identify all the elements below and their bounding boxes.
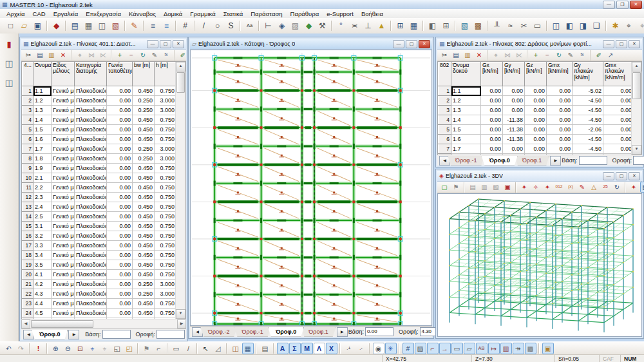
table-cell[interactable]: Γενικό με [52, 212, 75, 222]
minimize-button[interactable]: — [603, 1, 615, 9]
circle-tool[interactable]: ○ [211, 19, 224, 32]
search-prev[interactable]: ⌖ [636, 19, 644, 32]
grid-display-toggle[interactable]: ▦ [242, 343, 254, 354]
table-cell[interactable]: 0.750 [155, 270, 176, 280]
table-cell[interactable]: 0.00 [107, 251, 133, 260]
table-cell[interactable]: -4.50 [573, 135, 603, 144]
table-cell[interactable]: 2.1 [33, 173, 52, 183]
person-view[interactable]: ✦ [542, 182, 553, 193]
table-cell[interactable]: 0.00 [603, 86, 632, 96]
table-cell[interactable]: 0.750 [155, 202, 176, 212]
table-cell[interactable]: 0.750 [155, 251, 176, 260]
table-cell[interactable]: 0.450 [133, 241, 155, 251]
table-cell[interactable]: Γενικό με [52, 86, 75, 96]
table-cell[interactable]: 0.750 [155, 173, 176, 183]
storey-tab[interactable]: Όροφ.-2 [200, 327, 237, 337]
base-input[interactable]: 0.00 [365, 327, 393, 336]
table-cell[interactable]: 0.750 [155, 241, 176, 251]
row-number[interactable]: 11 [23, 183, 33, 193]
table-cell[interactable]: 0.250 [133, 280, 155, 289]
table-cell[interactable]: 3.000 [155, 106, 176, 115]
measure-3d[interactable]: ✎ [577, 182, 588, 193]
table-cell[interactable]: Γενικό με [52, 193, 75, 202]
walk-mode[interactable]: ✦ [519, 182, 530, 193]
storey-tab[interactable]: Όροφ.0 [481, 156, 517, 166]
table-cell[interactable]: Πλακοδοκός [75, 251, 107, 260]
group-list[interactable]: ≡ [160, 19, 173, 32]
support-2[interactable]: ╨ [491, 19, 504, 32]
row-number[interactable]: 5 [439, 125, 451, 135]
row-number[interactable]: 10 [23, 173, 33, 183]
table-cell[interactable]: 0.00 [525, 115, 547, 125]
new-file[interactable]: □ [5, 19, 17, 32]
list-add[interactable]: ⊞ [394, 19, 407, 32]
plan-minimize[interactable]: — [393, 40, 404, 48]
row-number[interactable]: 7 [439, 144, 451, 154]
table-cell[interactable]: 4.3 [33, 289, 52, 299]
zoom-target[interactable]: ⌖ [87, 343, 99, 354]
delete-rows[interactable]: ✕ [474, 50, 485, 61]
table-cell[interactable]: Γενικό με [52, 154, 75, 164]
table-cell[interactable]: 0.00 [503, 96, 525, 106]
print-batch[interactable]: ◧ [426, 19, 439, 32]
cut[interactable]: ✂ [23, 50, 34, 61]
row-number[interactable]: 3 [439, 106, 451, 115]
storey-tab[interactable]: Όροφ.0 [268, 327, 304, 337]
show-columns[interactable]: ▱ [464, 343, 475, 354]
view3d-titlebar[interactable]: ◈ Elghazouli 2.tek - 3DV — ▢ ✕ [437, 171, 642, 182]
close-button[interactable]: ✕ [630, 1, 642, 9]
corner-snap[interactable]: ⌐ [153, 343, 165, 354]
table-cell[interactable]: 0.00 [107, 280, 133, 289]
plan-maximize[interactable]: ▢ [406, 40, 417, 48]
table-cell[interactable]: 0.00 [603, 125, 632, 135]
table-cell[interactable]: 0.00 [481, 135, 503, 144]
table-cell[interactable]: Γενικό με [52, 183, 75, 193]
table-cell[interactable]: 0.00 [107, 231, 133, 241]
table-cell[interactable]: 1.2 [33, 96, 52, 106]
table-cell[interactable]: 0.00 [107, 260, 133, 270]
section-tool[interactable]: ≈ [504, 19, 517, 32]
layer-x[interactable]: X [326, 343, 337, 354]
table-cell[interactable]: Πλακοδοκός [75, 241, 107, 251]
table-cell[interactable]: 3.000 [155, 289, 176, 299]
comment-box[interactable]: ❑ [591, 19, 603, 32]
save-file[interactable]: ▣ [32, 19, 44, 32]
apply-changes[interactable]: ✐ [594, 50, 605, 61]
render-material[interactable]: ◆ [303, 19, 316, 32]
table-cell[interactable]: 4.5 [33, 309, 52, 318]
table-cell[interactable]: Γενικό με [52, 241, 75, 251]
frame-grid[interactable]: ⊞ [440, 19, 453, 32]
sketch-pencil[interactable]: ✎ [128, 19, 141, 32]
scroll-thumb[interactable] [31, 320, 93, 328]
plan-canvas[interactable] [190, 50, 432, 326]
table-cell[interactable]: 0.00 [603, 135, 632, 144]
cut[interactable]: ✂ [439, 50, 450, 61]
table-cell[interactable]: 0.00 [107, 202, 133, 212]
row-number[interactable]: 2 [439, 96, 451, 106]
menu-help[interactable]: Βοήθεια [357, 9, 387, 18]
zoom-sheet[interactable]: ◰ [124, 343, 135, 354]
hatch-tool[interactable]: ▨ [289, 19, 302, 32]
menu-files[interactable]: Αρχεία [3, 9, 29, 18]
point-add[interactable]: .+ [343, 343, 355, 354]
table-cell[interactable]: Πλακοδοκός [75, 86, 107, 96]
table-cell[interactable]: 1.5 [33, 125, 52, 135]
zoom-previous[interactable]: ⌖ [99, 343, 111, 354]
table-cell[interactable]: Γενικό με [52, 289, 75, 299]
table-cell[interactable]: 0.00 [107, 289, 133, 299]
table-cell[interactable]: Πλακοδοκός [75, 212, 107, 222]
copy-drawing[interactable]: ▤ [69, 19, 82, 32]
table-cell[interactable]: 0.00 [525, 86, 547, 96]
tools-hammer[interactable]: ⚒ [316, 19, 329, 32]
scroll-right-icon[interactable]: ▶ [177, 319, 186, 329]
point-remove[interactable]: .- [355, 343, 367, 354]
table-cell[interactable]: Γενικό με [52, 106, 75, 115]
flag-tool[interactable]: ⚑ [141, 343, 153, 354]
show-loads[interactable]: → [439, 343, 451, 354]
node-connect[interactable]: ⊢ [262, 19, 275, 32]
nav-link-down[interactable]: ◫ [2, 75, 16, 90]
title-bar[interactable]: ▦ MASTER 10 - Elghazouli 2.tek — ❐ ✕ [0, 0, 644, 10]
table-802-vscrollbar[interactable]: ▲ ▼ [631, 62, 641, 155]
row-number[interactable]: 14 [23, 212, 33, 222]
person-red[interactable]: ✦ [629, 182, 639, 193]
